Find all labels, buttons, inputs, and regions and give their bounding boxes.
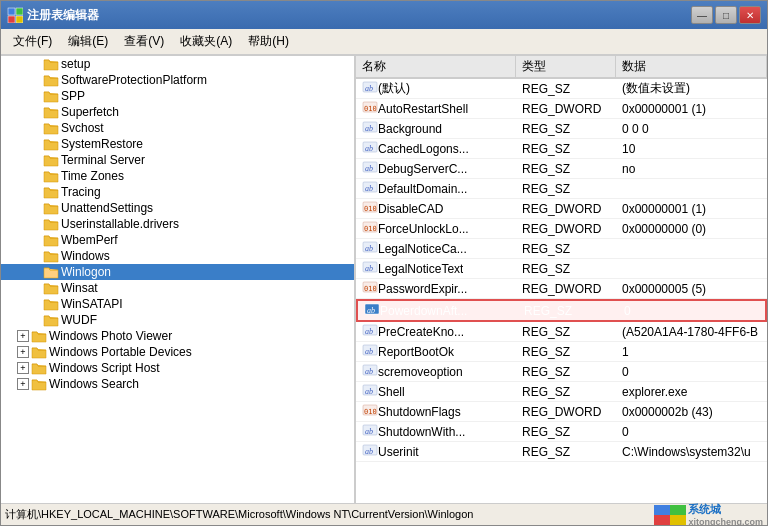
- reg-data-cell: [616, 248, 767, 250]
- tree-item[interactable]: + Windows Photo Viewer: [1, 328, 354, 344]
- svg-text:ab: ab: [365, 264, 373, 273]
- dword-icon: 010: [362, 100, 378, 117]
- tree-item[interactable]: Time Zones: [1, 168, 354, 184]
- tree-item[interactable]: Terminal Server: [1, 152, 354, 168]
- tree-item[interactable]: setup: [1, 56, 354, 72]
- tree-item[interactable]: Superfetch: [1, 104, 354, 120]
- folder-icon: [43, 201, 59, 215]
- tree-item[interactable]: WbemPerf: [1, 232, 354, 248]
- registry-row[interactable]: ab ReportBootOkREG_SZ1: [356, 342, 767, 362]
- reg-data-cell: 0: [616, 364, 767, 380]
- reg-name-cell: ab scremoveoption: [356, 362, 516, 381]
- reg-type-cell: REG_DWORD: [516, 101, 616, 117]
- menu-item-f[interactable]: 文件(F): [5, 31, 60, 52]
- registry-values[interactable]: 名称 类型 数据 ab (默认)REG_SZ(数值未设置) 010 AutoRe…: [356, 56, 767, 503]
- tree-item[interactable]: SoftwareProtectionPlatform: [1, 72, 354, 88]
- menu-item-e[interactable]: 编辑(E): [60, 31, 116, 52]
- registry-row[interactable]: ab DefaultDomain...REG_SZ: [356, 179, 767, 199]
- registry-row[interactable]: ab LegalNoticeTextREG_SZ: [356, 259, 767, 279]
- registry-row[interactable]: ab BackgroundREG_SZ0 0 0: [356, 119, 767, 139]
- registry-row[interactable]: ab PowerdownAft...REG_SZ0: [356, 299, 767, 322]
- reg-data-cell: 0x00000005 (5): [616, 281, 767, 297]
- reg-name-cell: ab Background: [356, 119, 516, 138]
- tree-item[interactable]: Windows: [1, 248, 354, 264]
- tree-item[interactable]: SPP: [1, 88, 354, 104]
- tree-item-label: Windows Script Host: [49, 361, 160, 375]
- ab-icon: ab: [362, 343, 378, 360]
- registry-row[interactable]: ab CachedLogons...REG_SZ10: [356, 139, 767, 159]
- svg-text:ab: ab: [365, 387, 373, 396]
- reg-name-cell: ab LegalNoticeText: [356, 259, 516, 278]
- expand-button[interactable]: +: [17, 378, 29, 390]
- reg-name-cell: 010 ForceUnlockLo...: [356, 219, 516, 238]
- menu-item-h[interactable]: 帮助(H): [240, 31, 297, 52]
- close-button[interactable]: ✕: [739, 6, 761, 24]
- svg-text:ab: ab: [365, 347, 373, 356]
- registry-row[interactable]: ab scremoveoptionREG_SZ0: [356, 362, 767, 382]
- tree-item-label: WUDF: [61, 313, 97, 327]
- reg-type-cell: REG_DWORD: [516, 221, 616, 237]
- tree-item[interactable]: Userinstallable.drivers: [1, 216, 354, 232]
- registry-row[interactable]: 010 PasswordExpir...REG_DWORD0x00000005 …: [356, 279, 767, 299]
- registry-row[interactable]: ab LegalNoticeCa...REG_SZ: [356, 239, 767, 259]
- folder-icon: [43, 169, 59, 183]
- reg-type-cell: REG_SZ: [516, 181, 616, 197]
- registry-row[interactable]: 010 ForceUnlockLo...REG_DWORD0x00000000 …: [356, 219, 767, 239]
- tree-item[interactable]: Svchost: [1, 120, 354, 136]
- menu-item-v[interactable]: 查看(V): [116, 31, 172, 52]
- reg-data-cell: 1: [616, 344, 767, 360]
- reg-type-cell: REG_SZ: [516, 444, 616, 460]
- folder-icon: [43, 89, 59, 103]
- tree-item-label: UnattendSettings: [61, 201, 153, 215]
- reg-type-cell: REG_SZ: [516, 364, 616, 380]
- registry-row[interactable]: ab ShutdownWith...REG_SZ0: [356, 422, 767, 442]
- registry-row[interactable]: ab UserinitREG_SZC:\Windows\system32\u: [356, 442, 767, 462]
- folder-icon: [43, 105, 59, 119]
- tree-item[interactable]: Winlogon: [1, 264, 354, 280]
- folder-icon: [43, 57, 59, 71]
- registry-row[interactable]: ab ShellREG_SZexplorer.exe: [356, 382, 767, 402]
- tree-item[interactable]: + Windows Search: [1, 376, 354, 392]
- col-header-name[interactable]: 名称: [356, 56, 516, 78]
- registry-row[interactable]: ab PreCreateKno...REG_SZ(A520A1A4-1780-4…: [356, 322, 767, 342]
- registry-row[interactable]: ab DebugServerC...REG_SZno: [356, 159, 767, 179]
- reg-data-cell: 0: [618, 303, 765, 319]
- tree-item[interactable]: + Windows Script Host: [1, 360, 354, 376]
- reg-data-cell: 0: [616, 424, 767, 440]
- registry-tree[interactable]: setup SoftwareProtectionPlatform SPP Sup…: [1, 56, 356, 503]
- svg-text:ab: ab: [365, 164, 373, 173]
- minimize-button[interactable]: —: [691, 6, 713, 24]
- expand-button[interactable]: +: [17, 346, 29, 358]
- expand-button[interactable]: +: [17, 330, 29, 342]
- registry-row[interactable]: 010 AutoRestartShellREG_DWORD0x00000001 …: [356, 99, 767, 119]
- tree-item[interactable]: SystemRestore: [1, 136, 354, 152]
- folder-icon: [43, 249, 59, 263]
- registry-row[interactable]: ab (默认)REG_SZ(数值未设置): [356, 79, 767, 99]
- svg-text:ab: ab: [365, 327, 373, 336]
- dword-icon: 010: [362, 280, 378, 297]
- tree-item[interactable]: + Windows Portable Devices: [1, 344, 354, 360]
- maximize-button[interactable]: □: [715, 6, 737, 24]
- reg-name-cell: 010 PasswordExpir...: [356, 279, 516, 298]
- reg-data-cell: 0 0 0: [616, 121, 767, 137]
- col-header-type[interactable]: 类型: [516, 56, 616, 78]
- tree-item[interactable]: WinSATAPI: [1, 296, 354, 312]
- tree-item-label: WinSATAPI: [61, 297, 123, 311]
- tree-item-label: SoftwareProtectionPlatform: [61, 73, 207, 87]
- ab-icon: ab: [362, 120, 378, 137]
- tree-item[interactable]: Winsat: [1, 280, 354, 296]
- reg-name: CachedLogons...: [378, 142, 469, 156]
- reg-name: DisableCAD: [378, 202, 443, 216]
- menu-item-a[interactable]: 收藏夹(A): [172, 31, 240, 52]
- tree-item[interactable]: Tracing: [1, 184, 354, 200]
- tree-item[interactable]: UnattendSettings: [1, 200, 354, 216]
- registry-row[interactable]: 010 DisableCADREG_DWORD0x00000001 (1): [356, 199, 767, 219]
- col-header-data[interactable]: 数据: [616, 56, 767, 78]
- expand-button[interactable]: +: [17, 362, 29, 374]
- logo-text: 系统城: [688, 502, 763, 517]
- reg-name: AutoRestartShell: [378, 102, 468, 116]
- ab-icon: ab: [362, 240, 378, 257]
- registry-row[interactable]: 010 ShutdownFlagsREG_DWORD0x0000002b (43…: [356, 402, 767, 422]
- svg-rect-45: [670, 515, 686, 525]
- tree-item[interactable]: WUDF: [1, 312, 354, 328]
